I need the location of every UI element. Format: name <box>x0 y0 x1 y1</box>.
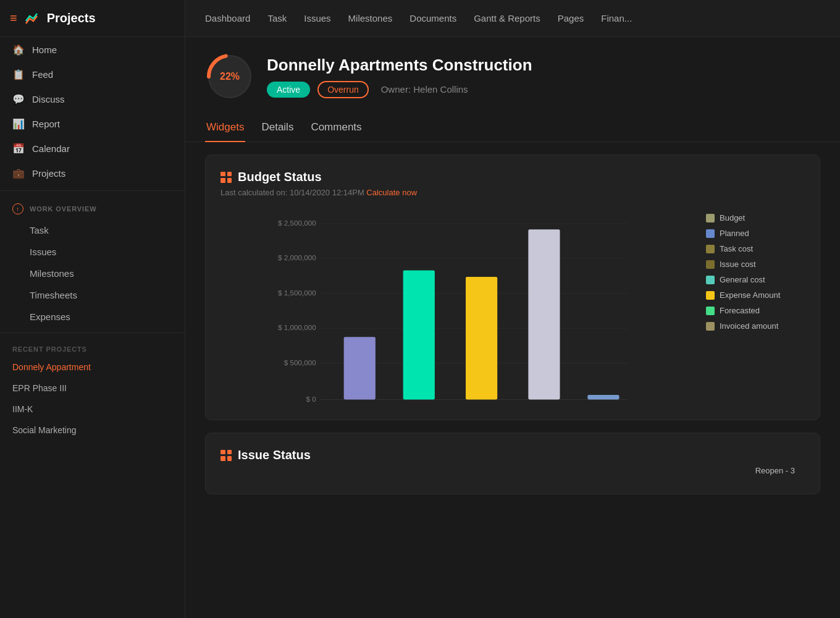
budget-widget: Budget Status Last calculated on: 10/14/… <box>205 154 820 420</box>
sidebar-item-calendar[interactable]: 📅 Calendar <box>0 136 185 161</box>
report-icon: 📊 <box>12 117 25 130</box>
progress-label: 22% <box>220 71 240 82</box>
sidebar: 🏠 Home 📋 Feed 💬 Discuss 📊 Report 📅 Calen… <box>0 37 185 618</box>
legend-label-forecasted: Forecasted <box>720 306 760 315</box>
hamburger-icon[interactable]: ≡ <box>10 11 17 25</box>
sidebar-item-report[interactable]: 📊 Report <box>0 111 185 136</box>
content-area: 22% Donnelly Apartments Construction Act… <box>185 37 840 618</box>
bar-forecasted <box>528 229 560 399</box>
nav-task[interactable]: Task <box>267 13 287 23</box>
budget-chart-svg: $ 0 $ 500,000 $ 1,000,000 $ 1,500,000 $ … <box>220 207 691 405</box>
issue-card-header: Issue Status <box>220 448 805 462</box>
budget-title: Budget Status <box>238 170 322 184</box>
feed-icon: 📋 <box>12 68 25 80</box>
legend-forecasted: Forecasted <box>706 306 805 315</box>
legend-budget: Budget <box>706 213 805 222</box>
legend-color-expense <box>706 291 715 300</box>
issue-widget: Issue Status Reopen - 3 <box>205 433 820 494</box>
recent-project-donnely[interactable]: Donnely Appartment <box>0 357 185 378</box>
legend-label-budget: Budget <box>720 213 745 222</box>
home-icon: 🏠 <box>12 43 25 56</box>
budget-widget-icon <box>220 172 232 183</box>
sidebar-label-feed: Feed <box>32 69 53 80</box>
tab-widgets[interactable]: Widgets <box>205 116 245 142</box>
sidebar-sub-expenses[interactable]: Expenses <box>0 306 185 328</box>
sidebar-item-projects[interactable]: 💼 Projects <box>0 161 185 185</box>
nav-dashboard[interactable]: Dashboard <box>205 13 250 23</box>
sidebar-sub-milestones[interactable]: Milestones <box>0 263 185 284</box>
budget-subtitle: Last calculated on: 10/14/2020 12:14PM C… <box>220 188 805 197</box>
legend-label-generalcost: General cost <box>720 275 765 284</box>
recent-projects-label: RECENT PROJECTS <box>0 338 185 357</box>
nav-pages[interactable]: Pages <box>558 13 584 23</box>
sidebar-header: ≡ Projects <box>0 0 185 36</box>
owner-label: Owner: Helen Collins <box>381 84 468 95</box>
recent-project-social[interactable]: Social Marketing <box>0 420 185 441</box>
widgets-area: Budget Status Last calculated on: 10/14/… <box>185 142 840 507</box>
issue-widget-icon <box>220 450 232 461</box>
legend-generalcost: General cost <box>706 275 805 284</box>
issue-title: Issue Status <box>238 448 311 462</box>
recent-project-epr[interactable]: EPR Phase III <box>0 378 185 399</box>
sidebar-label-report: Report <box>32 119 60 129</box>
legend-invoiced: Invoiced amount <box>706 321 805 331</box>
logo-icon <box>23 10 41 27</box>
chart-legend: Budget Planned Task cost Issue cost <box>706 207 805 405</box>
svg-text:$ 1,000,000: $ 1,000,000 <box>278 323 316 331</box>
main-layout: 🏠 Home 📋 Feed 💬 Discuss 📊 Report 📅 Calen… <box>0 37 840 618</box>
budget-title-row: Budget Status <box>220 170 805 184</box>
chart-area: $ 0 $ 500,000 $ 1,000,000 $ 1,500,000 $ … <box>220 207 691 405</box>
legend-issuecost: Issue cost <box>706 260 805 269</box>
sidebar-item-home[interactable]: 🏠 Home <box>0 37 185 62</box>
nav-documents[interactable]: Documents <box>410 13 456 23</box>
recent-project-iimk[interactable]: IIM-K <box>0 399 185 420</box>
legend-color-issuecost <box>706 260 715 269</box>
calculate-now-link[interactable]: Calculate now <box>366 188 417 197</box>
legend-color-budget <box>706 214 715 222</box>
svg-text:$ 500,000: $ 500,000 <box>284 358 317 366</box>
progress-circle: 22% <box>205 52 254 101</box>
work-overview-label: WORK OVERVIEW <box>30 205 96 213</box>
work-overview-icon: ↑ <box>12 203 23 214</box>
reopen-label: Reopen - 3 <box>755 466 795 475</box>
project-title: Donnelly Apartments Construction <box>267 56 820 75</box>
legend-color-forecasted <box>706 307 715 315</box>
sidebar-sub-issues[interactable]: Issues <box>0 241 185 263</box>
legend-color-invoiced <box>706 322 715 331</box>
sidebar-label-home: Home <box>32 44 57 55</box>
bar-planned <box>403 270 435 399</box>
sidebar-sub-timesheets[interactable]: Timesheets <box>0 284 185 306</box>
bar-actual <box>466 277 497 399</box>
bar-invoiced <box>587 395 619 399</box>
sidebar-sub-task[interactable]: Task <box>0 219 185 241</box>
legend-color-planned <box>706 229 715 238</box>
project-header: 22% Donnelly Apartments Construction Act… <box>185 37 840 111</box>
legend-color-taskcost <box>706 245 715 253</box>
tab-details[interactable]: Details <box>260 116 295 142</box>
sidebar-label-projects: Projects <box>32 168 65 179</box>
svg-text:$ 0: $ 0 <box>306 395 317 403</box>
legend-planned: Planned <box>706 229 805 238</box>
work-overview-header: ↑ WORK OVERVIEW <box>0 196 185 219</box>
sidebar-label-discuss: Discuss <box>32 94 65 104</box>
tab-comments[interactable]: Comments <box>309 116 363 142</box>
legend-label-issuecost: Issue cost <box>720 260 756 269</box>
project-info: Donnelly Apartments Construction Active … <box>267 56 820 98</box>
sidebar-divider-2 <box>0 332 185 333</box>
legend-label-planned: Planned <box>720 229 749 238</box>
sidebar-item-discuss[interactable]: 💬 Discuss <box>0 87 185 111</box>
nav-issues[interactable]: Issues <box>304 13 330 23</box>
nav-milestones[interactable]: Milestones <box>348 13 393 23</box>
nav-finan[interactable]: Finan... <box>601 13 632 23</box>
svg-text:$ 1,500,000: $ 1,500,000 <box>278 289 316 297</box>
sidebar-item-feed[interactable]: 📋 Feed <box>0 62 185 87</box>
svg-text:$ 2,000,000: $ 2,000,000 <box>278 253 316 261</box>
legend-taskcost: Task cost <box>706 244 805 253</box>
top-nav-links: Dashboard Task Issues Milestones Documen… <box>185 0 840 36</box>
nav-gantt[interactable]: Gantt & Reports <box>474 13 540 23</box>
calendar-icon: 📅 <box>12 142 25 154</box>
bar-budget <box>344 337 376 399</box>
sidebar-label-calendar: Calendar <box>32 143 70 154</box>
legend-label-invoiced: Invoiced amount <box>720 321 778 331</box>
svg-text:$ 2,500,000: $ 2,500,000 <box>278 219 316 227</box>
